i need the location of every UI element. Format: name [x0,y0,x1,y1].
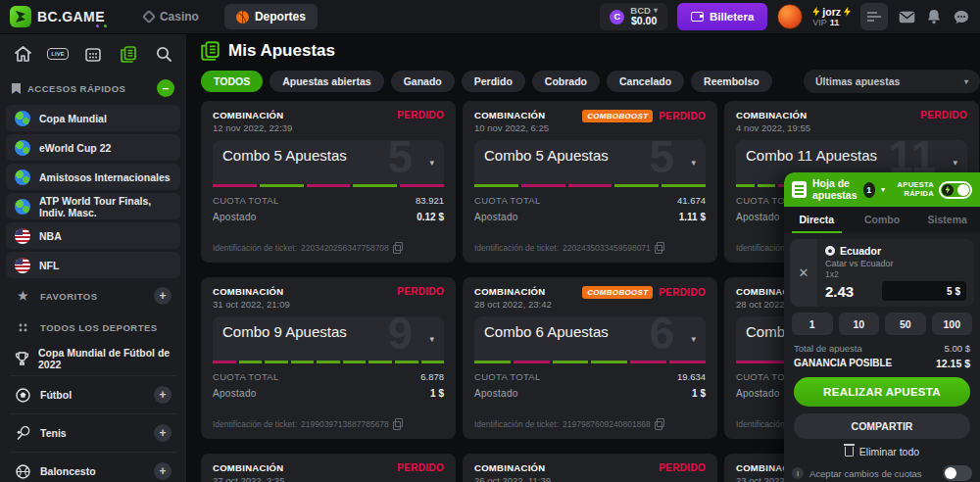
currency-selector[interactable]: C BCD▾ $0.00 [600,3,667,30]
my-bets-title-icon [201,41,220,61]
filter-bar: TODOS Apuestas abiertas Ganado Perdido C… [201,71,980,92]
remove-selection-button[interactable]: ✕ [790,239,817,307]
selection-team: Ecuador [840,245,881,257]
all-sports-row[interactable]: TODOS LOS DEPORTES [6,313,180,342]
sidebar-quick-item[interactable]: NBA [6,222,180,249]
copy-icon[interactable] [393,242,402,253]
topbar: BC.GAME Casino Deportes C BCD▾ $0.00 [0,0,980,34]
collapse-quick-access-button[interactable]: – [157,79,174,97]
expand-caret-icon[interactable]: ▾ [691,158,696,168]
sidebar-quick-item[interactable]: Copa Mundial [6,105,180,131]
bet-card: COMBINACIÓN 10 nov 2022, 6:25 COMBOBOOST… [463,101,717,263]
bet-type-label: COMBINACIÓN [474,110,549,120]
sport-row-futbol[interactable]: Fútbol + [6,378,180,411]
bet-date: 26 oct 2022, 11:39 [474,475,551,482]
tab-sistema[interactable]: Sistema [914,207,980,233]
expand-caret-icon[interactable]: ▾ [953,158,957,168]
filter-chip[interactable]: Apuestas abiertas [270,71,383,92]
filter-chips: TODOS Apuestas abiertas Ganado Perdido C… [201,71,772,92]
wallet-button[interactable]: Billetera [677,3,767,30]
expand-baloncesto-button[interactable]: + [154,462,172,480]
bet-type-label: COMBINACIÓN [213,110,292,120]
copy-icon[interactable] [393,418,402,429]
filter-chip[interactable]: Reembolso [691,71,772,92]
sidebar: LIVE ACCESOS RÁPIDOS – Copa Mundial eWor… [0,34,186,482]
bet-status-badge: PERDIDO [397,110,444,120]
sport-row-tenis[interactable]: Tenis + [6,416,180,450]
comboboost-badge: COMBOBOOST [582,110,653,122]
sidebar-quick-item[interactable]: eWorld Cup 22 [6,134,180,161]
share-button[interactable]: COMPARTIR [794,413,970,439]
staked-row: Apostado 1 $ [213,388,444,399]
home-icon[interactable] [12,44,33,64]
expand-futbol-button[interactable]: + [154,386,172,404]
expand-caret-icon[interactable]: ▾ [429,158,434,168]
avatar[interactable] [777,4,803,29]
betslip-count-badge[interactable]: 1 [863,182,875,198]
tab-combo[interactable]: Combo [850,207,915,233]
expand-caret-icon[interactable]: ▾ [429,334,434,344]
bet-card-header: COMBINACIÓN 12 nov 2022, 22:39 COMBOBOOS… [213,110,444,133]
quick-bet-toggle[interactable] [939,181,972,199]
add-favorite-button[interactable]: + [154,287,172,305]
combo-summary-panel[interactable]: Combo 5 Apuestas 5 ▾ [213,140,444,184]
divider [10,452,176,453]
tab-directa[interactable]: Directa [784,207,850,233]
bet-list-button[interactable] [860,3,888,30]
filter-chip[interactable]: TODOS [201,71,263,92]
quick-stake-button[interactable]: 50 [885,313,926,335]
bet-card-header: COMBINACIÓN 26 oct 2022, 11:39 COMBOBOOS… [474,462,706,482]
diamond-icon [142,10,156,24]
user-info[interactable]: jorz VIP11 [812,6,851,27]
calendar-icon[interactable] [82,44,104,64]
combo-label: Combo 6 Apuestas [484,323,609,340]
bet-card-header: COMBINACIÓN 10 nov 2022, 6:25 COMBOBOOST… [474,110,706,133]
accept-odds-toggle[interactable] [943,465,972,481]
filter-chip[interactable]: Ganado [391,71,455,92]
combo-summary-panel[interactable]: Combo 9 Apuestas 9 ▾ [213,316,444,361]
chevron-down-icon[interactable]: ▾ [881,185,885,194]
sort-select[interactable]: Últimas apuestas ▾ [804,70,980,93]
betslip-header: Hoja de apuestas 1 ▾ APUESTA RÁPIDA [784,172,980,207]
copy-icon[interactable] [655,418,663,429]
combo-summary-panel[interactable]: Combo 6 Apuestas 6 ▾ [474,316,706,361]
possible-win-value: 12.15 $ [936,358,970,369]
quick-stake-button[interactable]: 10 [839,313,880,335]
favorites-row[interactable]: ★ FAVORITOS + [6,281,180,311]
league-icon [15,169,30,185]
total-odds-row: CUOTA TOTAL 41.674 [474,195,706,206]
stake-input[interactable] [882,281,966,301]
sport-row-baloncesto[interactable]: Baloncesto + [6,455,180,482]
clear-all-button[interactable]: Eliminar todo [784,446,980,458]
notifications-button[interactable] [925,8,943,25]
envelope-icon [899,11,915,24]
sidebar-quick-item[interactable]: Amistosos Internacionales [6,164,180,190]
messages-button[interactable] [898,8,915,25]
combo-summary-panel[interactable]: Combo 5 Apuestas 5 ▾ [474,140,706,184]
live-icon[interactable]: LIVE [47,44,69,64]
expand-tenis-button[interactable]: + [154,424,172,442]
quick-stake-button[interactable]: 100 [932,313,973,335]
filter-chip[interactable]: Cobrado [532,71,600,92]
nav-deportes[interactable]: Deportes [224,4,318,29]
my-bets-icon[interactable] [118,44,139,64]
world-cup-row[interactable]: Copa Mundial de Fútbol de 2022 [6,344,180,373]
sidebar-quick-item[interactable]: NFL [6,252,180,278]
info-icon[interactable]: i [792,467,804,479]
copy-icon[interactable] [655,242,663,253]
bet-card: COMBINACIÓN 27 oct 2022, 2:25 COMBOBOOST… [201,454,456,482]
sidebar-quick-item[interactable]: ATP World Tour Finals, Indiv. Masc. [6,193,180,219]
search-icon[interactable] [153,44,174,64]
place-bet-button[interactable]: REALIZAR APUESTA [794,377,970,407]
chat-button[interactable] [953,8,970,25]
nav-casino[interactable]: Casino [132,4,211,29]
filter-chip[interactable]: Perdido [462,71,525,92]
ticket-id-value: 2199039713887785678 [301,419,389,429]
legs-result-bar [213,361,444,363]
bcgame-logo[interactable]: BC.GAME [10,6,105,27]
expand-caret-icon[interactable]: ▾ [691,334,696,344]
filter-chip[interactable]: Cancelado [607,71,684,92]
quick-stake-button[interactable]: 1 [792,313,833,335]
legs-result-bar [474,361,706,363]
ticket-id-row: Identificación de ticket: 21979876092408… [474,418,706,429]
